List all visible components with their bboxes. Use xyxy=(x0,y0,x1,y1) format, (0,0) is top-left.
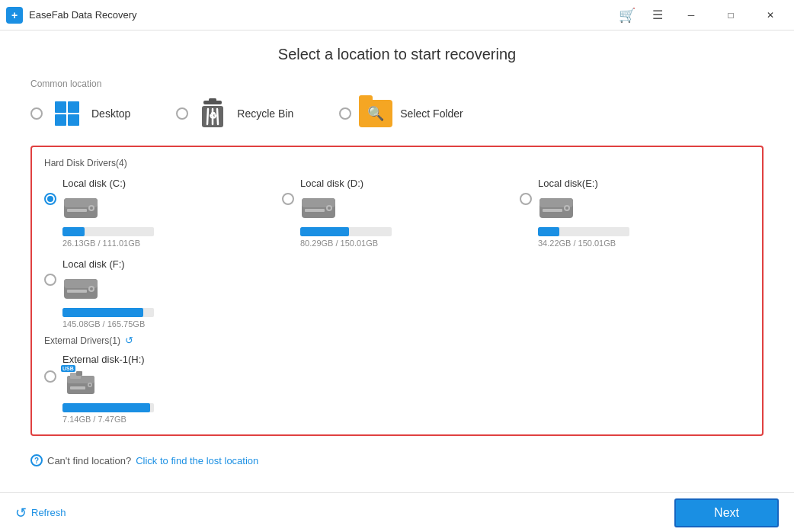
cart-icon[interactable]: 🛒 xyxy=(613,4,642,27)
drive-c-radio[interactable] xyxy=(44,193,56,205)
drive-e-progress-wrap xyxy=(538,227,629,236)
hint-text: Can't find location? xyxy=(47,455,131,466)
app-logo: + xyxy=(6,7,23,24)
refresh-label: Refresh xyxy=(31,507,66,518)
hint-row: ? Can't find location? Click to find the… xyxy=(30,447,764,466)
drive-d-info: Local disk (D:) 80.29GB / 150.01 xyxy=(300,178,512,248)
refresh-button[interactable]: ↺ Refresh xyxy=(15,505,66,521)
common-location-label: Common location xyxy=(30,79,764,89)
drive-d-progress-wrap xyxy=(300,227,392,236)
drive-d[interactable]: Local disk (D:) 80.29GB / 150.01 xyxy=(282,178,512,248)
drive-f-icon xyxy=(62,273,99,305)
svg-rect-21 xyxy=(543,209,562,212)
drive-c-icon xyxy=(62,192,99,224)
drive-h-progress-fill xyxy=(62,403,150,412)
refresh-icon: ↺ xyxy=(15,505,27,521)
hint-icon: ? xyxy=(30,454,43,466)
select-folder-option[interactable]: 🔍 Select Folder xyxy=(339,97,463,130)
svg-point-15 xyxy=(328,207,331,210)
drive-d-name: Local disk (D:) xyxy=(300,178,512,189)
usb-badge: USB xyxy=(61,365,75,372)
page-title: Select a location to start recovering xyxy=(30,46,764,63)
recycle-bin-label: Recycle Bin xyxy=(237,107,293,120)
disk-grid: Local disk (C:) 26.13GB / 111.01 xyxy=(44,178,750,328)
select-folder-label: Select Folder xyxy=(400,107,463,120)
minimize-button[interactable]: ─ xyxy=(674,4,709,27)
common-location-row: Desktop ♻ Recycle B xyxy=(30,97,764,130)
external-drivers-title: External Drivers(1) xyxy=(44,335,120,346)
drive-d-size: 80.29GB / 150.01GB xyxy=(300,239,512,248)
drive-h-name: External disk-1(H:) xyxy=(62,354,750,365)
titlebar: + EaseFab Data Recovery 🛒 ☰ ─ □ ✕ xyxy=(0,0,794,30)
svg-rect-26 xyxy=(67,290,87,293)
drive-e-icon xyxy=(538,192,575,224)
drive-c-name: Local disk (C:) xyxy=(62,178,274,189)
maximize-button[interactable]: □ xyxy=(713,4,748,27)
drive-c[interactable]: Local disk (C:) 26.13GB / 111.01 xyxy=(44,178,274,248)
drive-d-progress-fill xyxy=(300,227,349,236)
svg-text:♻: ♻ xyxy=(209,111,217,121)
svg-rect-16 xyxy=(305,209,325,212)
drive-c-size: 26.13GB / 111.01GB xyxy=(62,239,274,248)
drive-f-size: 145.08GB / 165.75GB xyxy=(62,319,274,328)
drive-h-info: External disk-1(H:) USB xyxy=(62,354,750,424)
drive-f-name: Local disk (F:) xyxy=(62,258,274,270)
folder-icon: 🔍 xyxy=(359,97,392,130)
drive-c-progress-fill xyxy=(62,227,85,236)
titlebar-controls: 🛒 ☰ ─ □ ✕ xyxy=(613,4,788,27)
svg-point-20 xyxy=(565,207,568,210)
refresh-spin-icon: ↺ xyxy=(125,335,133,346)
svg-line-5 xyxy=(217,109,218,124)
desktop-option[interactable]: Desktop xyxy=(30,97,130,130)
svg-point-32 xyxy=(89,384,91,386)
drive-h-size: 7.14GB / 7.47GB xyxy=(62,415,750,424)
svg-rect-33 xyxy=(70,386,85,389)
drive-e-radio[interactable] xyxy=(520,193,532,205)
svg-point-25 xyxy=(90,287,93,290)
drive-h-progress-wrap xyxy=(62,403,154,412)
recycle-bin-option[interactable]: ♻ Recycle Bin xyxy=(176,97,293,130)
drive-e-size: 34.22GB / 150.01GB xyxy=(538,239,750,248)
drive-f[interactable]: Local disk (F:) 145.08GB / 165.7 xyxy=(44,258,274,328)
recycle-radio[interactable] xyxy=(176,107,188,120)
folder-radio[interactable] xyxy=(339,107,351,120)
footer: ↺ Refresh Next xyxy=(0,492,794,532)
close-button[interactable]: ✕ xyxy=(753,4,788,27)
drive-h-icon: USB xyxy=(62,368,99,400)
drive-e[interactable]: Local disk(E:) 34.22GB / 150.01G xyxy=(520,178,750,248)
external-drivers-header: External Drivers(1) ↺ xyxy=(44,335,750,346)
drive-f-info: Local disk (F:) 145.08GB / 165.7 xyxy=(62,258,274,328)
drive-f-progress-wrap xyxy=(62,308,154,317)
svg-rect-11 xyxy=(67,209,87,212)
svg-rect-1 xyxy=(209,98,216,101)
svg-point-10 xyxy=(90,207,93,210)
hard-disk-header: Hard Disk Drivers(4) xyxy=(44,158,750,168)
drive-e-name: Local disk(E:) xyxy=(538,178,750,189)
drive-d-icon xyxy=(300,192,337,224)
menu-icon[interactable]: ☰ xyxy=(646,5,669,25)
hint-link[interactable]: Click to find the lost location xyxy=(136,455,258,466)
hard-disk-title: Hard Disk Drivers(4) xyxy=(44,158,127,168)
desktop-label: Desktop xyxy=(91,107,130,120)
desktop-radio[interactable] xyxy=(30,107,43,120)
drive-h-radio[interactable] xyxy=(44,370,56,383)
hard-disk-section: Hard Disk Drivers(4) Local disk (C:) xyxy=(30,146,764,436)
drive-e-progress-fill xyxy=(538,227,559,236)
main-content: Select a location to start recovering Co… xyxy=(0,30,794,492)
app-title: EaseFab Data Recovery xyxy=(29,9,613,21)
drive-d-radio[interactable] xyxy=(282,193,294,205)
drive-h[interactable]: External disk-1(H:) USB xyxy=(44,354,750,424)
recycle-bin-icon: ♻ xyxy=(196,97,229,130)
external-drivers-section: External Drivers(1) ↺ External disk-1(H:… xyxy=(44,335,750,424)
svg-rect-30 xyxy=(76,371,82,376)
drive-f-radio[interactable] xyxy=(44,274,56,286)
drive-f-progress-fill xyxy=(62,308,143,317)
drive-e-info: Local disk(E:) 34.22GB / 150.01G xyxy=(538,178,750,248)
next-button[interactable]: Next xyxy=(674,498,779,527)
drive-c-info: Local disk (C:) 26.13GB / 111.01 xyxy=(62,178,274,248)
drive-c-progress-wrap xyxy=(62,227,154,236)
desktop-icon xyxy=(50,97,84,130)
